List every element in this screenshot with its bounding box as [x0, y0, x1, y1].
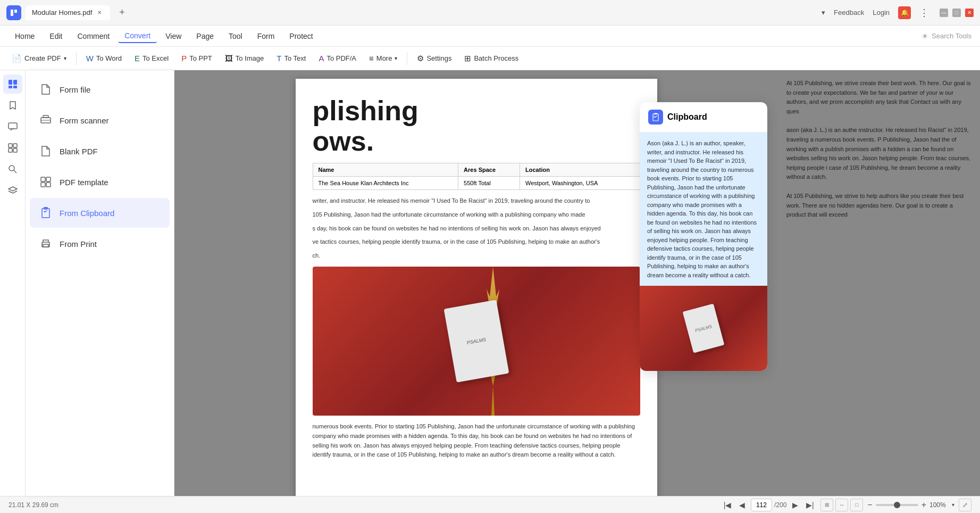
pdf-title: plishing ows.: [313, 96, 640, 156]
page-number-input[interactable]: [751, 499, 772, 511]
svg-rect-20: [42, 209, 49, 218]
fit-page-button[interactable]: ⊞: [820, 499, 833, 511]
svg-rect-7: [9, 144, 12, 147]
menu-tool[interactable]: Tool: [222, 30, 249, 43]
menu-view[interactable]: View: [159, 30, 188, 43]
zoom-in-button[interactable]: +: [922, 500, 926, 510]
clip-book: PSALMS: [683, 304, 725, 353]
sidebar-search-button[interactable]: [3, 160, 22, 179]
minimize-button[interactable]: —: [940, 9, 948, 17]
search-tools-label[interactable]: Search Tools: [932, 32, 971, 40]
menu-edit[interactable]: Edit: [43, 30, 69, 43]
psalms-book: PSALMS: [443, 300, 509, 383]
expand-view-button[interactable]: ⤢: [959, 499, 971, 511]
to-image-icon: 🖼: [225, 54, 233, 63]
next-page-button[interactable]: ▶: [789, 499, 801, 511]
single-page-button[interactable]: □: [850, 499, 863, 511]
right-text-1: At 105 Publishing, we strive create thei…: [786, 79, 971, 116]
to-pdfa-button[interactable]: A To PDF/A: [313, 51, 362, 65]
svg-rect-24: [653, 114, 658, 121]
to-text-icon: T: [277, 54, 281, 63]
menu-convert[interactable]: Convert: [118, 29, 157, 43]
feedback-button[interactable]: Feedback: [834, 9, 864, 16]
last-page-button[interactable]: ▶|: [803, 499, 816, 511]
more-arrow: ▾: [395, 55, 397, 61]
form-scanner-item[interactable]: Form scanner: [30, 105, 170, 135]
menu-home[interactable]: Home: [9, 30, 41, 43]
create-pdf-arrow: ▾: [64, 55, 66, 61]
zoom-arrow[interactable]: ▾: [952, 502, 954, 508]
svg-rect-16: [41, 177, 45, 181]
more-button[interactable]: ≡ More ▾: [364, 51, 403, 65]
titlebar: Modular Homes.pdf ✕ + ▾ Feedback Login 🔔…: [0, 0, 980, 26]
svg-rect-5: [13, 86, 17, 88]
create-pdf-icon: 📄: [12, 54, 22, 63]
notification-icon[interactable]: 🔔: [898, 6, 911, 19]
pdf-text-1: writer, and instructor. He released his …: [313, 196, 640, 206]
active-tab[interactable]: Modular Homes.pdf ✕: [26, 5, 110, 20]
login-button[interactable]: Login: [873, 9, 890, 16]
from-print-item[interactable]: From Print: [30, 229, 170, 259]
from-clipboard-icon: [38, 205, 53, 220]
to-excel-button[interactable]: E To Excel: [129, 51, 174, 65]
blank-pdf-item[interactable]: Blank PDF: [30, 136, 170, 166]
pdf-template-item[interactable]: PDF template: [30, 167, 170, 197]
settings-label: Settings: [426, 54, 451, 62]
clipboard-popup-header: Clipboard: [640, 102, 767, 133]
to-word-button[interactable]: W To Word: [81, 51, 127, 65]
clipboard-text-content: Ason (aka J. L.) is an author, speaker, …: [647, 140, 757, 278]
pdf-template-icon: [38, 175, 53, 189]
first-page-button[interactable]: |◀: [721, 499, 734, 511]
create-pdf-button[interactable]: 📄 Create PDF ▾: [6, 51, 72, 66]
pdf-title-line1: plishing: [313, 95, 418, 126]
fit-width-button[interactable]: ↔: [835, 499, 848, 511]
settings-button[interactable]: ⚙ Settings: [412, 51, 457, 66]
toolbar-divider-1: [76, 52, 77, 65]
sidebar-bookmark-button[interactable]: [3, 96, 22, 115]
zoom-slider[interactable]: [876, 504, 918, 506]
menu-protect[interactable]: Protect: [283, 30, 319, 43]
clipboard-popup-image: PSALMS: [640, 286, 767, 371]
to-image-button[interactable]: 🖼 To Image: [220, 51, 269, 65]
menu-comment[interactable]: Comment: [71, 30, 116, 43]
from-clipboard-item[interactable]: From Clipboard: [30, 198, 170, 228]
from-print-icon: [38, 236, 53, 251]
table-header-ares: Ares Space: [458, 163, 520, 177]
sidebar-layers-button[interactable]: [3, 181, 22, 200]
to-pdfa-icon: A: [319, 54, 324, 63]
zoom-out-button[interactable]: −: [867, 500, 872, 510]
dropdown-arrow[interactable]: ▾: [822, 9, 825, 16]
prev-page-button[interactable]: ◀: [736, 499, 749, 511]
search-tools-area: ☀ Search Tools: [922, 32, 971, 40]
batch-process-button[interactable]: ⊞ Batch Process: [459, 51, 524, 66]
svg-rect-23: [43, 244, 48, 247]
to-text-button[interactable]: T To Text: [271, 51, 311, 65]
from-print-label: From Print: [60, 239, 97, 249]
new-tab-button[interactable]: +: [114, 5, 129, 20]
sidebar-comment-button[interactable]: [3, 117, 22, 136]
more-options-icon[interactable]: ⋮: [919, 7, 929, 19]
form-file-item[interactable]: Form file: [30, 75, 170, 104]
svg-rect-17: [46, 177, 51, 181]
more-label: More: [376, 54, 392, 62]
close-button[interactable]: ✕: [965, 9, 974, 17]
svg-rect-0: [11, 10, 13, 16]
maximize-button[interactable]: □: [952, 9, 961, 17]
statusbar: 21.01 X 29.69 cm |◀ ◀ /200 ▶ ▶| ⊞ ↔ □ − …: [0, 496, 980, 513]
pdf-text-3: s day, his book can be found on websites…: [313, 224, 640, 234]
to-ppt-button[interactable]: P To PPT: [176, 51, 217, 65]
close-tab-button[interactable]: ✕: [95, 9, 104, 17]
to-text-label: To Text: [284, 54, 306, 62]
sidebar-thumbnail-button[interactable]: [3, 138, 22, 158]
app-icon: [6, 5, 21, 20]
toolbar: 📄 Create PDF ▾ W To Word E To Excel P To…: [0, 47, 980, 70]
table-cell-ares: 550ft Total: [458, 177, 520, 190]
menu-page[interactable]: Page: [190, 30, 220, 43]
search-tools-icon: ☀: [922, 32, 928, 40]
svg-rect-6: [9, 123, 17, 129]
total-pages: /200: [774, 501, 786, 509]
pdf-bottom-text: numerous book events. Prior to starting …: [313, 422, 640, 459]
menu-form[interactable]: Form: [251, 30, 281, 43]
table-header-name: Name: [313, 163, 458, 177]
sidebar-pages-button[interactable]: [3, 75, 22, 94]
